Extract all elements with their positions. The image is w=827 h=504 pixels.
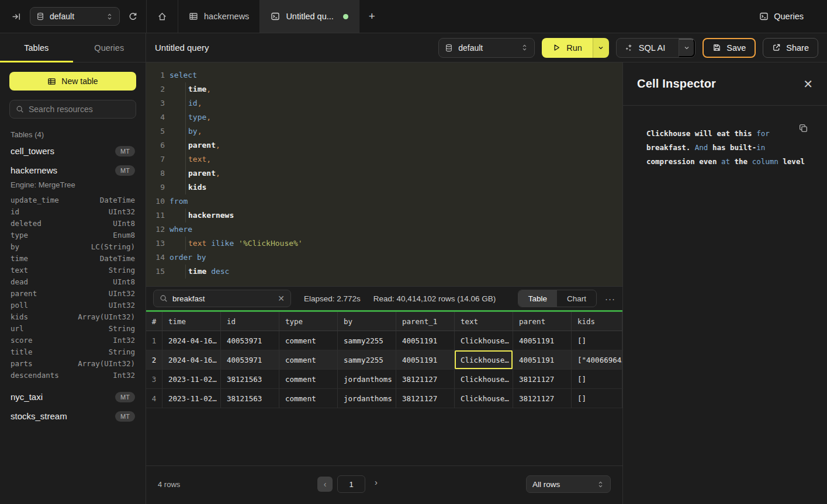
table-cell[interactable]: 38121127 — [396, 389, 455, 408]
table-cell[interactable]: 2024-04-16… — [162, 350, 221, 370]
topbar-database-select[interactable]: default — [30, 7, 120, 26]
previous-page-button[interactable]: ‹ — [317, 477, 333, 492]
column-row[interactable]: typeEnum8 — [11, 230, 135, 241]
next-page-button[interactable]: › — [375, 477, 378, 487]
column-row[interactable]: titleString — [11, 346, 135, 358]
table-cell[interactable]: Clickhouse… — [455, 370, 513, 389]
table-cell[interactable]: ["40066964… — [572, 350, 622, 370]
page-number-input[interactable] — [337, 475, 365, 493]
table-cell[interactable]: 40051191 — [513, 331, 572, 350]
tab-untitled-query[interactable]: Untitled qu... — [259, 0, 359, 33]
table-cell[interactable]: Clickhouse… — [455, 389, 513, 408]
column-row[interactable]: pollUInt32 — [11, 300, 135, 311]
table-cell[interactable]: comment — [279, 350, 338, 370]
sidebar-table-hackernews[interactable]: hackernewsMT — [9, 161, 136, 180]
column-row[interactable]: descendantsInt32 — [11, 370, 135, 381]
table-cell[interactable]: [] — [572, 331, 622, 350]
more-options-button[interactable]: ··· — [605, 294, 615, 304]
column-header-by[interactable]: by — [338, 312, 396, 331]
query-database-select[interactable]: default — [438, 38, 535, 58]
table-cell[interactable]: comment — [279, 370, 338, 389]
run-options-button[interactable] — [593, 38, 609, 58]
table-cell[interactable]: 38121127 — [396, 370, 455, 389]
column-row[interactable]: parentUInt32 — [11, 288, 135, 300]
table-cell[interactable]: 40051191 — [513, 350, 572, 370]
queries-label: Queries — [774, 12, 804, 21]
clear-search-button[interactable]: ✕ — [278, 294, 285, 303]
sql-ai-options-button[interactable] — [679, 39, 695, 57]
database-icon — [445, 44, 453, 52]
table-cell[interactable]: 38121127 — [513, 370, 572, 389]
home-icon — [157, 12, 167, 22]
results-search-input[interactable] — [172, 294, 273, 303]
table-cell[interactable]: 38121127 — [513, 389, 572, 408]
column-row[interactable]: urlString — [11, 323, 135, 335]
table-cell[interactable]: sammy2255 — [338, 350, 396, 370]
table-cell[interactable]: jordanthoms — [338, 389, 396, 408]
table-cell[interactable]: 2024-04-16… — [162, 331, 221, 350]
table-cell[interactable]: 2023-11-02… — [162, 389, 221, 408]
tab-hackernews[interactable]: hackernews — [178, 0, 259, 33]
refresh-button[interactable] — [128, 12, 138, 22]
column-header-type[interactable]: type — [279, 312, 338, 331]
table-cell[interactable]: [] — [572, 389, 622, 408]
queries-button[interactable]: Queries — [759, 12, 804, 21]
table-cell[interactable]: comment — [279, 389, 338, 408]
table-cell[interactable]: 38121563 — [221, 370, 279, 389]
save-button[interactable]: Save — [703, 38, 756, 58]
table-cell[interactable]: 38121563 — [221, 389, 279, 408]
page-size-select[interactable]: All rows — [526, 475, 611, 493]
close-inspector-button[interactable]: ✕ — [803, 77, 813, 91]
table-cell[interactable]: 40051191 — [396, 350, 455, 370]
column-row[interactable]: kidsArray(UInt32) — [11, 311, 135, 323]
share-button[interactable]: Share — [763, 38, 818, 58]
column-header-kids[interactable]: kids — [572, 312, 622, 331]
new-tab-button[interactable]: + — [359, 0, 385, 33]
collapse-sidebar-button[interactable] — [12, 12, 22, 22]
run-button[interactable]: Run — [542, 38, 593, 58]
sql-ai-button[interactable]: SQL AI — [617, 43, 673, 53]
column-row[interactable]: timeDateTime — [11, 253, 135, 265]
column-row[interactable]: deletedUInt8 — [11, 218, 135, 230]
column-header-parent[interactable]: parent — [513, 312, 572, 331]
line-code: text, — [169, 152, 211, 166]
table-cell[interactable]: comment — [279, 331, 338, 350]
sidebar-tab-queries[interactable]: Queries — [73, 33, 146, 62]
copy-cell-button[interactable] — [798, 123, 808, 133]
column-row[interactable]: byLC(String) — [11, 241, 135, 253]
column-row[interactable]: update_timeDateTime — [11, 194, 135, 206]
tab-home[interactable] — [146, 0, 178, 33]
view-tab-chart[interactable]: Chart — [557, 290, 596, 307]
column-row[interactable]: partsArray(UInt32) — [11, 358, 135, 370]
column-header-time[interactable]: time — [162, 312, 221, 331]
table-cell[interactable]: 40053971 — [221, 331, 279, 350]
column-header-id[interactable]: id — [221, 312, 279, 331]
column-row[interactable]: scoreInt32 — [11, 335, 135, 346]
column-header-#[interactable]: # — [146, 312, 162, 331]
sidebar-table-nyc_taxi[interactable]: nyc_taxiMT — [9, 387, 136, 406]
code-token: text — [188, 239, 206, 248]
sidebar-tab-label: Queries — [94, 43, 124, 53]
sidebar-table-stocks_stream[interactable]: stocks_streamMT — [9, 406, 136, 426]
table-cell[interactable]: 40051191 — [396, 331, 455, 350]
new-table-button[interactable]: New table — [9, 72, 136, 91]
table-cell[interactable]: Clickhouse… — [455, 331, 513, 350]
column-row[interactable]: deadUInt8 — [11, 276, 135, 288]
code-token: , — [206, 155, 211, 164]
table-cell[interactable]: 40053971 — [221, 350, 279, 370]
sidebar-tab-tables[interactable]: Tables — [0, 33, 73, 62]
sidebar-table-cell_towers[interactable]: cell_towersMT — [9, 141, 136, 161]
query-database-value: default — [458, 43, 515, 53]
column-header-text[interactable]: text — [455, 312, 513, 331]
view-tab-table[interactable]: Table — [518, 290, 557, 307]
table-cell[interactable]: 2023-11-02… — [162, 370, 221, 389]
sidebar-search-input[interactable] — [29, 105, 130, 114]
column-row[interactable]: idUInt32 — [11, 206, 135, 218]
column-header-parent_1[interactable]: parent_1 — [396, 312, 455, 331]
table-cell[interactable]: [] — [572, 370, 622, 389]
table-cell[interactable]: sammy2255 — [338, 331, 396, 350]
table-cell[interactable]: Clickhouse… — [455, 350, 513, 370]
sql-editor[interactable]: 1select2time,3id,4type,5by,6parent,7text… — [146, 62, 622, 286]
table-cell[interactable]: jordanthoms — [338, 370, 396, 389]
column-row[interactable]: textString — [11, 265, 135, 276]
